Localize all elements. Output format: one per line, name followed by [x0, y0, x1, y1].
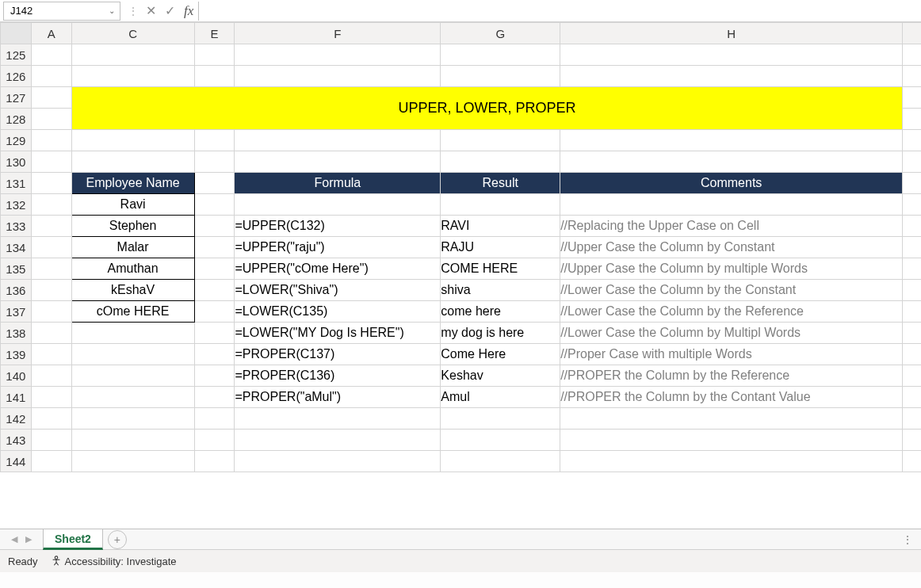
- comment-cell[interactable]: //PROPER the Column by the Reference: [560, 365, 903, 387]
- row-header[interactable]: 140: [1, 365, 32, 387]
- cell[interactable]: [31, 109, 71, 130]
- result-cell[interactable]: Keshav: [441, 365, 560, 387]
- cell[interactable]: [71, 66, 194, 87]
- cell[interactable]: [560, 408, 903, 430]
- employee-cell[interactable]: kEshaV: [71, 280, 194, 301]
- cell[interactable]: [235, 430, 441, 451]
- cell[interactable]: [903, 323, 921, 344]
- cell[interactable]: [71, 451, 194, 472]
- cell[interactable]: [31, 344, 71, 365]
- cell[interactable]: [31, 451, 71, 472]
- result-cell[interactable]: RAVI: [441, 216, 560, 237]
- cell[interactable]: [31, 194, 71, 216]
- row-header[interactable]: 135: [1, 258, 32, 280]
- cell[interactable]: [194, 408, 235, 430]
- cell[interactable]: [194, 258, 235, 280]
- cell[interactable]: [441, 194, 560, 216]
- cell[interactable]: [903, 66, 921, 87]
- row-header[interactable]: 130: [1, 151, 32, 173]
- comment-cell[interactable]: //Lower Case the Column by the Constant: [560, 280, 903, 301]
- cell[interactable]: [71, 44, 194, 66]
- enter-icon[interactable]: ✓: [160, 2, 179, 21]
- cell[interactable]: [31, 430, 71, 451]
- cell[interactable]: [903, 451, 921, 472]
- cell[interactable]: [194, 365, 235, 387]
- cell[interactable]: [31, 44, 71, 66]
- cell[interactable]: [235, 408, 441, 430]
- col-header-C[interactable]: C: [71, 23, 194, 44]
- row-header[interactable]: 129: [1, 130, 32, 151]
- cell[interactable]: [71, 365, 194, 387]
- cell[interactable]: [194, 430, 235, 451]
- col-header-G[interactable]: G: [441, 23, 560, 44]
- cell[interactable]: [235, 130, 441, 151]
- formula-cell[interactable]: =LOWER("MY Dog Is HERE"): [235, 323, 441, 344]
- cell[interactable]: [235, 44, 441, 66]
- cell[interactable]: [903, 258, 921, 280]
- accessibility-status[interactable]: Accessibility: Investigate: [51, 556, 177, 567]
- cell[interactable]: [194, 237, 235, 258]
- cell[interactable]: [71, 344, 194, 365]
- result-cell[interactable]: Come Here: [441, 344, 560, 365]
- cell[interactable]: [31, 216, 71, 237]
- result-cell[interactable]: shiva: [441, 280, 560, 301]
- cell[interactable]: [903, 216, 921, 237]
- employee-cell[interactable]: Ravi: [71, 194, 194, 216]
- comment-cell[interactable]: //Replacing the Upper Case on Cell: [560, 216, 903, 237]
- col-header-F[interactable]: F: [235, 23, 441, 44]
- cell[interactable]: [71, 430, 194, 451]
- cell[interactable]: [31, 323, 71, 344]
- cell[interactable]: [441, 66, 560, 87]
- cell[interactable]: [903, 151, 921, 173]
- sheet-options-icon[interactable]: ⋮: [902, 533, 913, 546]
- employee-cell[interactable]: Stephen: [71, 216, 194, 237]
- cell[interactable]: [441, 44, 560, 66]
- cell[interactable]: [560, 194, 903, 216]
- cell[interactable]: [560, 66, 903, 87]
- cell[interactable]: [903, 173, 921, 194]
- row-header[interactable]: 128: [1, 109, 32, 130]
- cell[interactable]: [194, 387, 235, 408]
- col-header-E[interactable]: E: [194, 23, 235, 44]
- row-header[interactable]: 143: [1, 430, 32, 451]
- formula-cell[interactable]: =UPPER("raju"): [235, 237, 441, 258]
- employee-cell[interactable]: Malar: [71, 237, 194, 258]
- cell[interactable]: [903, 430, 921, 451]
- comment-cell[interactable]: //Lower Case the Column by the Reference: [560, 301, 903, 323]
- cell[interactable]: [903, 237, 921, 258]
- formula-header[interactable]: Formula: [235, 173, 441, 194]
- cell[interactable]: [194, 323, 235, 344]
- row-header[interactable]: 139: [1, 344, 32, 365]
- cell[interactable]: [235, 66, 441, 87]
- row-header[interactable]: 127: [1, 87, 32, 109]
- cell[interactable]: [31, 258, 71, 280]
- col-header-blank[interactable]: [903, 23, 921, 44]
- cell[interactable]: [903, 44, 921, 66]
- cell[interactable]: [441, 408, 560, 430]
- cell[interactable]: [441, 151, 560, 173]
- cell[interactable]: [560, 130, 903, 151]
- row-header[interactable]: 131: [1, 173, 32, 194]
- comment-cell[interactable]: //Lower Case the Column by Multipl Words: [560, 323, 903, 344]
- cell[interactable]: [903, 344, 921, 365]
- select-all-corner[interactable]: [1, 23, 32, 44]
- cell[interactable]: [194, 173, 235, 194]
- formula-cell[interactable]: =LOWER("Shiva"): [235, 280, 441, 301]
- cell[interactable]: [31, 130, 71, 151]
- cell[interactable]: [31, 365, 71, 387]
- cell[interactable]: [560, 451, 903, 472]
- cell[interactable]: [903, 408, 921, 430]
- comment-cell[interactable]: //PROPER the Column by the Contant Value: [560, 387, 903, 408]
- comment-cell[interactable]: //Upper Case the Column by Constant: [560, 237, 903, 258]
- comments-header[interactable]: Comments: [560, 173, 903, 194]
- cell[interactable]: [903, 109, 921, 130]
- formula-cell[interactable]: =PROPER("aMul"): [235, 387, 441, 408]
- cell[interactable]: [903, 130, 921, 151]
- cancel-icon[interactable]: ✕: [141, 2, 160, 21]
- col-header-A[interactable]: A: [31, 23, 71, 44]
- chevron-down-icon[interactable]: ⌄: [109, 6, 115, 15]
- cell[interactable]: [194, 66, 235, 87]
- formula-cell[interactable]: =UPPER("cOme Here"): [235, 258, 441, 280]
- cell[interactable]: [31, 66, 71, 87]
- cell[interactable]: [194, 194, 235, 216]
